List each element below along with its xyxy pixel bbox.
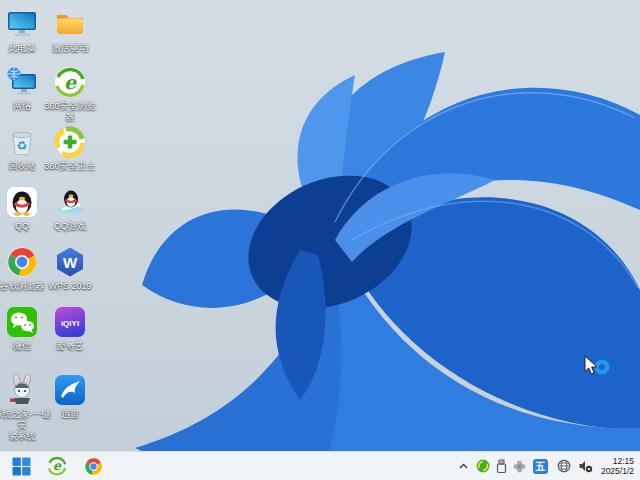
flower-icon — [513, 460, 526, 473]
this-pc-icon — [6, 8, 38, 40]
desktop-icon-label: 网络 — [13, 101, 31, 112]
tray-input-method[interactable]: 五 — [533, 454, 548, 478]
rabbit-installer-icon — [6, 374, 38, 406]
desktop-icon-label: 谷歌浏览器 — [0, 281, 45, 292]
qq-icon — [6, 186, 38, 218]
tray-usb-device[interactable] — [495, 454, 508, 478]
desktop-icon-qq-games[interactable]: QQ游戏 — [41, 186, 99, 232]
iqiyi-icon: iQIYI — [54, 306, 86, 338]
clock-time: 12:15 — [601, 456, 634, 466]
taskbar-pinned-apps: e — [0, 454, 105, 478]
xunlei-icon — [54, 374, 86, 406]
recycle-bin-icon: ♻ — [6, 126, 38, 158]
tray-network[interactable] — [557, 454, 571, 478]
svg-text:♻: ♻ — [17, 139, 28, 153]
desktop-icon-label: 回收站 — [9, 161, 36, 172]
desktop-icon-label: 360安全浏览 器 — [44, 101, 95, 123]
360-browser-icon: e — [47, 456, 67, 476]
taskbar-360-browser-button[interactable]: e — [45, 454, 69, 478]
tray-360-safeguard[interactable] — [476, 454, 490, 478]
speaker-muted-icon — [578, 459, 593, 473]
desktop-icon-360-browser[interactable]: e 360安全浏览 器 — [41, 66, 99, 123]
desktop-icon-label: 迅雷 — [61, 409, 79, 420]
chrome-icon — [6, 246, 38, 278]
desktop-icon-label: WPS 2019 — [48, 281, 91, 292]
svg-text:W: W — [63, 254, 78, 271]
desktop-icon-xunlei[interactable]: 迅雷 — [41, 374, 99, 420]
desktop-icon-activation-driver-folder[interactable]: 激活驱动 — [41, 8, 99, 54]
taskbar-clock[interactable]: 12:15 2025/1/2 — [601, 456, 634, 476]
wps-icon: W — [54, 246, 86, 278]
desktop-icon-label: QQ — [15, 221, 29, 232]
windows-logo-icon — [12, 457, 31, 476]
input-method-indicator: 五 — [533, 459, 548, 474]
svg-text:iQIYI: iQIYI — [61, 319, 79, 328]
360-browser-icon: e — [54, 66, 86, 98]
desktop-icon-label: 360安全卫士 — [44, 161, 95, 172]
desktop-icon-iqiyi[interactable]: iQIYI 爱奇艺 — [41, 306, 99, 352]
usb-icon — [495, 459, 508, 474]
desktop-icon-label: 爱奇艺 — [57, 341, 84, 352]
network-icon — [6, 66, 38, 98]
wechat-icon — [6, 306, 38, 338]
desktop-icon-label: 此电脑 — [9, 43, 36, 54]
desktop-icon-label: 微信 — [13, 341, 31, 352]
svg-text:e: e — [64, 71, 77, 93]
clock-date: 2025/1/2 — [601, 466, 634, 476]
desktop-icon-wps[interactable]: W WPS 2019 — [41, 246, 99, 292]
tray-hidden-icons-chevron[interactable] — [458, 454, 469, 478]
desktop-icon-360-safeguard[interactable]: 360安全卫士 — [41, 126, 99, 172]
svg-text:e: e — [53, 458, 62, 473]
folder-icon — [54, 8, 86, 40]
desktop: 此电脑 激活驱动 网络 e 360安全浏览 器 — [0, 0, 640, 480]
qq-games-icon — [54, 186, 86, 218]
chevron-up-icon — [458, 461, 469, 472]
system-tray: 五 12:15 2025/1/2 — [458, 454, 640, 478]
chrome-icon — [84, 457, 103, 476]
tray-driver-utility[interactable] — [513, 454, 526, 478]
desktop-icon-label: QQ游戏 — [54, 221, 86, 232]
tray-volume[interactable] — [578, 454, 593, 478]
taskbar-chrome-button[interactable] — [81, 454, 105, 478]
taskbar: e — [0, 451, 640, 480]
desktop-icon-label: 激活驱动 — [52, 43, 88, 54]
start-button[interactable] — [9, 454, 33, 478]
globe-network-icon — [557, 459, 571, 473]
360-safeguard-icon — [54, 126, 86, 158]
360-ball-icon — [476, 459, 490, 473]
